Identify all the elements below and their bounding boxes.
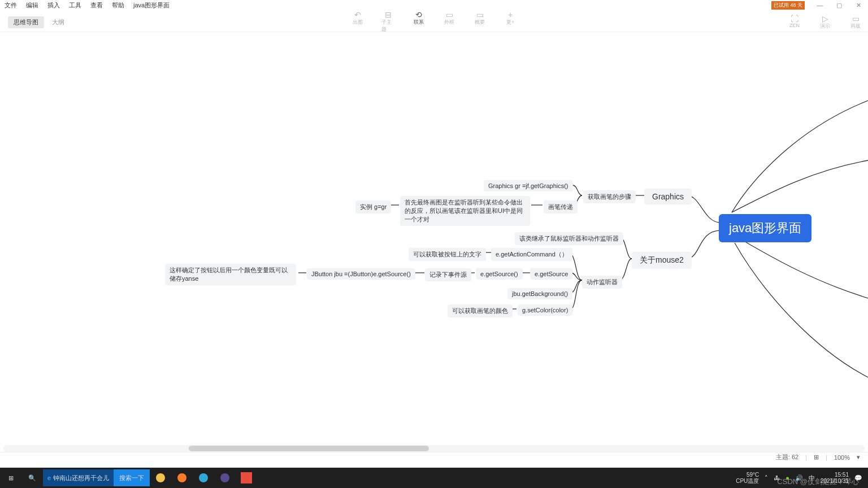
ie-icon: e <box>47 474 51 481</box>
zoom-level[interactable]: 100% <box>834 454 850 461</box>
taskbar-explorer[interactable] <box>150 468 171 488</box>
status-bar: 主题: 62 | ⊞ | 100% ▾ <box>0 452 868 462</box>
search-button[interactable]: 🔍 <box>21 468 43 488</box>
tab-outline[interactable]: 大纲 <box>52 18 64 27</box>
menu-file[interactable]: 文件 <box>0 0 21 11</box>
tool-zen[interactable]: ⛶ZEN <box>788 15 801 30</box>
folder-icon <box>156 473 165 482</box>
taskbar: ⊞ 🔍 e钟南山还想再干会儿 搜索一下 59°CCPU温度 ˄ 🖧 ● 🔊 中 … <box>0 468 868 488</box>
node-set-color[interactable]: g.setColor(color) <box>518 304 572 316</box>
doc-title: java图形界面 <box>129 0 174 11</box>
node-store[interactable]: 这样确定了按钮以后用一个颜色变量既可以储存yanse <box>165 264 296 285</box>
node-first[interactable]: 首先最终画图是在监听器听到某些命令做出的反应，所以画笔该在监听器里和UI中是同一… <box>400 196 530 226</box>
play-icon: ▷ <box>820 15 830 23</box>
minimize-button[interactable]: — <box>810 1 830 10</box>
node-get-step[interactable]: 获取画笔的步骤 <box>583 190 636 203</box>
window-controls: — ▢ ✕ <box>810 1 868 10</box>
menu-view[interactable]: 查看 <box>86 0 107 11</box>
taskbar-xmind[interactable] <box>236 468 257 488</box>
taskbar-edge[interactable] <box>193 468 214 488</box>
firefox-icon <box>177 473 186 482</box>
start-button[interactable]: ⊞ <box>0 468 21 488</box>
scrollbar-thumb[interactable] <box>189 446 429 451</box>
watermark: CSDN @仗剑走涯！琴心 <box>777 477 859 487</box>
panel-icon: ▭ <box>850 15 861 23</box>
tab-bar: 思维导图 大纲 ↶出图 ⊟子主题 ⟲联系 ▭外框 ▭概要 +更+ ⛶ZEN ▷演… <box>0 12 868 32</box>
taskbar-firefox[interactable] <box>171 468 193 488</box>
node-get-action[interactable]: e.getActionCommand（） <box>491 248 572 261</box>
zoom-chevron-icon[interactable]: ▾ <box>857 454 860 461</box>
close-button[interactable]: ✕ <box>849 1 868 10</box>
plus-icon: + <box>505 11 515 19</box>
node-graphics[interactable]: Graphics <box>644 189 692 204</box>
taskbar-eclipse[interactable] <box>214 468 236 488</box>
trial-badge: 已试用 48 天 <box>771 1 805 10</box>
right-tools: ⛶ZEN ▷演示 ▭画板 <box>788 15 862 30</box>
node-pass[interactable]: 画笔传递 <box>544 201 578 213</box>
relate-icon: ⟲ <box>414 11 424 19</box>
menu-help[interactable]: 帮助 <box>107 0 129 11</box>
topic-count-label: 主题: 62 <box>776 453 798 461</box>
node-example[interactable]: 实例 g=gr <box>355 201 391 213</box>
node-get-pen-color[interactable]: 可以获取画笔的颜色 <box>448 304 513 317</box>
tool-boundary[interactable]: ▭概要 <box>473 11 487 33</box>
node-jbutton[interactable]: JButton jbu =(JButton)e.getSource() <box>307 268 415 280</box>
eclipse-icon <box>220 473 229 482</box>
node-get-text[interactable]: 可以获取被按钮上的文字 <box>409 248 486 261</box>
export-icon: ↶ <box>353 11 363 19</box>
edge-icon <box>199 473 208 482</box>
summary-icon: ▭ <box>475 11 485 19</box>
map-icon[interactable]: ⊞ <box>814 454 819 461</box>
tool-undo[interactable]: ↶出图 <box>351 11 364 33</box>
menu-edit[interactable]: 编辑 <box>21 0 43 11</box>
taskbar-browser[interactable]: e钟南山还想再干会儿 <box>43 469 114 486</box>
tool-summary[interactable]: ▭外框 <box>442 11 456 33</box>
taskbar-search[interactable]: 搜索一下 <box>114 469 150 486</box>
boundary-icon: ▭ <box>444 11 454 19</box>
cpu-temp: 59°CCPU温度 <box>736 472 759 484</box>
tool-more[interactable]: +更+ <box>504 11 517 33</box>
tray-chevron-icon[interactable]: ˄ <box>765 474 768 482</box>
node-get-source-1[interactable]: e.getSource <box>530 268 572 280</box>
mindmap-canvas[interactable]: java图形界面 Graphics 获取画笔的步骤 Graphics gr =j… <box>0 33 868 443</box>
node-get-bg[interactable]: jbu.getBackground() <box>507 288 572 299</box>
center-tools: ↶出图 ⊟子主题 ⟲联系 ▭外框 ▭概要 +更+ <box>351 11 517 33</box>
tool-layout[interactable]: ▭画板 <box>849 15 862 30</box>
tool-subtopic[interactable]: ⊟子主题 <box>381 11 395 33</box>
subtopic-icon: ⊟ <box>383 11 393 19</box>
node-record[interactable]: 记录下事件源 <box>425 268 471 281</box>
xmind-icon <box>241 472 252 483</box>
horizontal-scrollbar[interactable] <box>3 445 865 452</box>
menu-insert[interactable]: 插入 <box>43 0 64 11</box>
menu-tools[interactable]: 工具 <box>64 0 86 11</box>
node-mouse2[interactable]: 关于mouse2 <box>632 252 692 269</box>
node-get-graphics[interactable]: Graphics gr =jf.getGraphics() <box>484 180 573 191</box>
root-node[interactable]: java图形界面 <box>719 214 811 242</box>
node-get-source-2[interactable]: e.getSource() <box>476 268 523 280</box>
tab-mindmap[interactable]: 思维导图 <box>8 16 44 28</box>
menu-bar: 文件 编辑 插入 工具 查看 帮助 java图形界面 <box>0 0 868 10</box>
fullscreen-icon: ⛶ <box>789 15 800 23</box>
node-inherit[interactable]: 该类继承了鼠标监听器和动作监听器 <box>515 232 623 245</box>
tool-relate[interactable]: ⟲联系 <box>412 11 426 33</box>
maximize-button[interactable]: ▢ <box>830 1 849 10</box>
node-action-listener[interactable]: 动作监听器 <box>582 276 622 289</box>
tool-present[interactable]: ▷演示 <box>818 15 832 30</box>
